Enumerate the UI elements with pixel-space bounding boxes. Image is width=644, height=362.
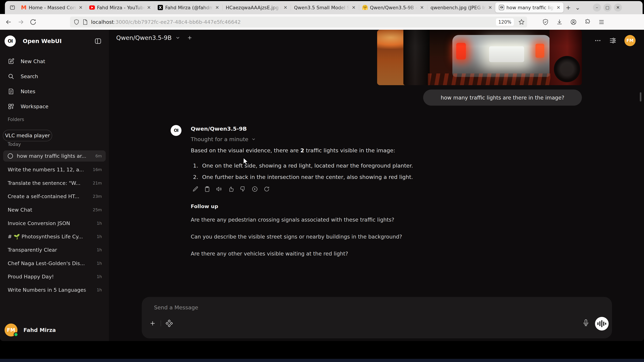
header-avatar[interactable]: FM: [624, 35, 636, 46]
browser-url-bar: localhost:3000/c/bb7972fc-ee27-48c4-bb6b…: [0, 14, 644, 30]
read-aloud-icon[interactable]: [216, 186, 222, 192]
reload-button[interactable]: [30, 18, 37, 26]
tab-close-icon[interactable]: ✕: [215, 5, 219, 10]
regenerate-icon[interactable]: [264, 186, 270, 192]
tab-image-jpg[interactable]: HCaezqwaAAAjzsE.jpg ( ✕: [222, 2, 290, 12]
chat-header-actions: FM: [594, 35, 636, 46]
attach-plus-icon[interactable]: [149, 320, 156, 327]
bookmark-star-icon[interactable]: [518, 19, 525, 25]
folder-vlc-media-player[interactable]: VLC media player: [3, 130, 52, 141]
sidebar-toggle-icon[interactable]: [94, 37, 102, 45]
openwebui-logo: OI: [4, 35, 16, 47]
shield-icon[interactable]: [74, 19, 80, 25]
tab-list-button[interactable]: ⌄: [573, 3, 582, 12]
forward-button[interactable]: [17, 18, 24, 26]
search-icon: [8, 73, 14, 80]
chat-time: 6m: [96, 154, 102, 158]
openwebui-app: OI Open WebUI New Chat Search Notes Wo: [0, 30, 644, 341]
back-button[interactable]: [5, 18, 12, 26]
follow-up-question[interactable]: Are there any other vehicles visible wai…: [191, 251, 348, 257]
tab-x-profile[interactable]: X Fahd Mirza (@fahdm ✕: [154, 2, 222, 12]
window-maximize-button[interactable]: ▢: [604, 3, 612, 11]
model-selector[interactable]: Qwen/Qwen3.5-9B: [116, 34, 193, 41]
tab-home-massed[interactable]: M Home - Massed Comp ✕: [18, 2, 86, 12]
follow-up-question[interactable]: Are there any pedestrian crossing signal…: [191, 217, 394, 223]
chat-item[interactable]: Invoice Conversion JSON 1h: [3, 218, 106, 229]
chat-item[interactable]: Proud Happy Day! 1h: [3, 271, 106, 282]
page-info-icon[interactable]: [82, 19, 88, 25]
avatar-initials: FM: [626, 38, 634, 43]
window-minimize-button[interactable]: –: [593, 3, 601, 11]
window-close-button[interactable]: ✕: [614, 3, 622, 11]
assistant-message-text: Based on the visual evidence, there are …: [191, 147, 395, 154]
voice-mode-button[interactable]: [595, 317, 609, 331]
new-chat-plus-button[interactable]: [187, 35, 193, 41]
zoom-level-badge[interactable]: 120%: [496, 18, 514, 26]
user-profile-button[interactable]: FM Fahd Mirza: [4, 322, 102, 338]
thumbs-up-icon[interactable]: [228, 186, 234, 192]
chat-item[interactable]: # 🌱 Photosynthesis Life Cy... 1h: [3, 231, 106, 242]
edit-message-icon[interactable]: [192, 186, 198, 192]
tab-huggingface-qwen[interactable]: 🤗 Qwen/Qwen3.5-9B - ✕: [359, 2, 427, 12]
more-options-icon[interactable]: [594, 37, 601, 44]
composer-left-actions: [149, 320, 173, 327]
tab-title: how many traffic ligh: [506, 5, 554, 10]
sidebar-item-notes[interactable]: Notes: [3, 86, 106, 97]
tab-close-icon[interactable]: ✕: [352, 5, 356, 10]
continue-response-icon[interactable]: [252, 186, 258, 192]
sidebar-item-label: New Chat: [21, 58, 45, 64]
thumbs-down-icon[interactable]: [240, 186, 246, 192]
chat-time: 21m: [93, 181, 102, 185]
chat-item[interactable]: Transparently Clear 1h: [3, 244, 106, 256]
account-icon[interactable]: [570, 19, 577, 25]
sidebar-item-new-chat[interactable]: New Chat: [3, 56, 106, 67]
tab-close-icon[interactable]: ✕: [147, 5, 151, 10]
chat-settings-sliders-icon[interactable]: [609, 37, 617, 44]
sidebar-item-label: Search: [21, 73, 38, 79]
scrollbar-thumb[interactable]: [640, 92, 642, 101]
tab-close-icon[interactable]: ✕: [79, 5, 82, 10]
browser-tab-bar: M Home - Massed Comp ✕ Fahd Mirza - YouT…: [5, 1, 642, 14]
tab-qwen-small-model[interactable]: Qwen3.5 Small Model Sc ✕: [290, 2, 359, 12]
sidebar-item-label: Workspace: [21, 103, 48, 109]
tab-close-icon[interactable]: ✕: [420, 5, 424, 10]
tab-openwebui-active[interactable]: OI how many traffic ligh ✕: [495, 2, 564, 12]
chat-title: # 🌱 Photosynthesis Life Cy...: [8, 234, 94, 240]
sidebar-item-workspace[interactable]: Workspace: [3, 101, 106, 112]
follow-up-heading: Follow up: [191, 203, 218, 209]
tab-close-icon[interactable]: ✕: [284, 5, 287, 10]
sidebar-item-search[interactable]: Search: [3, 71, 106, 82]
folders-section-label: Folders: [8, 117, 24, 122]
message-input-box[interactable]: [142, 297, 612, 338]
follow-up-question[interactable]: Can you describe the visible street sign…: [191, 234, 402, 240]
tab-close-icon[interactable]: ✕: [556, 5, 560, 10]
chat-item[interactable]: Translate the sentence: "W... 21m: [3, 177, 106, 189]
extensions-icon[interactable]: [584, 19, 591, 25]
address-bar-input[interactable]: localhost:3000/c/bb7972fc-ee27-48c4-bb6b…: [70, 16, 527, 27]
chat-item-active[interactable]: how many traffic lights ar... 6m: [3, 150, 106, 162]
menu-hamburger-icon[interactable]: [598, 19, 605, 25]
attached-image-street-scene[interactable]: [377, 30, 582, 85]
microphone-icon[interactable]: [582, 319, 590, 327]
x-twitter-icon: X: [158, 5, 163, 10]
chat-item[interactable]: Write the numbers 11, 12, a... 16m: [3, 164, 106, 175]
chat-item[interactable]: Chef Naga Lest-Golden's Dis... 1h: [3, 258, 106, 269]
thought-toggle[interactable]: Thought for a minute: [191, 136, 256, 142]
tab-qwenbench-jpg[interactable]: qwenbench.jpg (JPEG Im ✕: [427, 2, 495, 12]
tab-title: Fahd Mirza - YouTube: [97, 5, 145, 10]
tab-close-icon[interactable]: ✕: [488, 5, 492, 10]
chat-title: Create a self-contained HT...: [8, 193, 90, 199]
new-tab-button[interactable]: +: [564, 3, 573, 12]
copy-message-icon[interactable]: [204, 186, 210, 192]
tab-youtube[interactable]: Fahd Mirza - YouTube ✕: [86, 2, 154, 12]
user-message-bubble: how many traffic lights are there in the…: [423, 89, 582, 106]
chat-item[interactable]: Write Numbers in 5 Languages 1h: [3, 284, 106, 296]
chat-item[interactable]: Create a self-contained HT... 23m: [3, 191, 106, 202]
tools-icon[interactable]: [166, 320, 173, 327]
downloads-icon[interactable]: [556, 19, 563, 25]
firefox-view-button[interactable]: [7, 3, 18, 12]
tab-title: Home - Massed Comp: [29, 5, 77, 10]
protections-shield-icon[interactable]: [542, 19, 549, 25]
chat-item[interactable]: New Chat 25m: [3, 204, 106, 215]
chat-time: 16m: [93, 167, 102, 172]
